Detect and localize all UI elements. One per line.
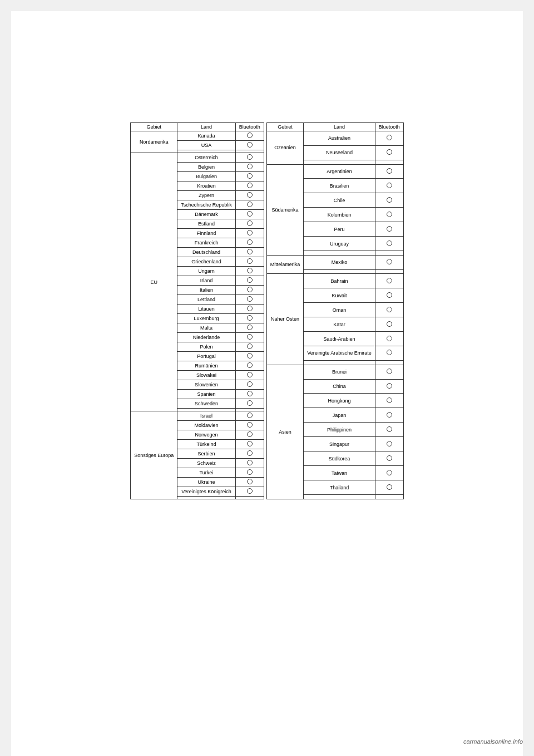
right-header-gebiet: Gebiet (266, 123, 304, 131)
bluetooth-cell (235, 219, 264, 229)
bluetooth-cell (375, 303, 403, 317)
table-row: NordamerikaKanada (131, 131, 264, 141)
bluetooth-circle (247, 258, 253, 264)
land-cell: Kroatien (177, 181, 236, 191)
land-cell: Türkeind (177, 440, 236, 449)
bluetooth-circle (247, 400, 253, 406)
bluetooth-circle (247, 362, 253, 368)
bluetooth-circle (247, 183, 253, 188)
bluetooth-circle (387, 470, 392, 475)
table-row: AsienBrunei (266, 365, 403, 379)
bluetooth-cell (375, 208, 403, 222)
bluetooth-cell (235, 430, 264, 440)
right-header-bluetooth: Bluetooth (375, 123, 403, 131)
bluetooth-circle (247, 372, 253, 377)
bluetooth-cell (375, 480, 403, 495)
bluetooth-cell (235, 478, 264, 487)
bluetooth-circle (247, 413, 253, 418)
land-cell (304, 360, 375, 365)
land-cell: Südkorea (304, 451, 375, 466)
land-cell: Chile (304, 193, 375, 208)
bluetooth-circle (247, 230, 253, 235)
table-row: MittelamerikaMexiko (266, 255, 403, 269)
bluetooth-cell (235, 276, 264, 286)
bluetooth-cell (235, 421, 264, 430)
bluetooth-circle (247, 422, 253, 428)
bluetooth-circle (387, 226, 392, 232)
bluetooth-cell (375, 164, 403, 179)
bluetooth-cell (375, 379, 403, 394)
bluetooth-cell (235, 399, 264, 409)
bluetooth-circle (247, 164, 253, 169)
land-cell: Estland (177, 219, 236, 229)
land-cell: Bahrain (304, 274, 375, 288)
land-cell: Kuwait (304, 288, 375, 303)
bluetooth-circle (247, 343, 253, 349)
region-cell: Asien (266, 365, 304, 499)
left-table: Gebiet Land Bluetooth NordamerikaKanadaU… (130, 122, 264, 499)
bluetooth-circle (247, 239, 253, 245)
bluetooth-circle (387, 240, 392, 246)
bluetooth-cell (375, 451, 403, 466)
land-cell: Frankreich (177, 238, 236, 248)
bluetooth-circle (247, 441, 253, 446)
table-row: OzeanienAustralien (266, 131, 403, 146)
land-cell: Vereinigtes Königreich (177, 487, 236, 497)
bluetooth-circle (247, 296, 253, 302)
land-cell: Brunei (304, 365, 375, 379)
bluetooth-cell (235, 305, 264, 314)
bluetooth-circle (387, 455, 392, 461)
bluetooth-cell (375, 394, 403, 408)
bluetooth-cell (235, 497, 264, 499)
bluetooth-circle (247, 353, 253, 359)
bluetooth-cell (235, 371, 264, 380)
bluetooth-circle (387, 383, 392, 389)
land-cell: Slowakei (177, 371, 236, 380)
bluetooth-circle (387, 426, 392, 432)
bluetooth-cell (375, 131, 403, 146)
land-cell: Dänemark (177, 210, 236, 219)
bluetooth-circle (387, 278, 392, 283)
land-cell: Tschechische Republik (177, 200, 236, 210)
bluetooth-cell (235, 181, 264, 191)
bluetooth-circle (387, 212, 392, 217)
land-cell: Taiwan (304, 466, 375, 480)
bluetooth-cell (235, 131, 264, 141)
region-cell: Naher Osten (266, 274, 304, 365)
land-cell: Peru (304, 222, 375, 237)
region-cell: Ozeanien (266, 131, 304, 165)
table-row: Naher OstenBahrain (266, 274, 403, 288)
bluetooth-cell (235, 210, 264, 219)
bluetooth-cell (375, 222, 403, 237)
bluetooth-cell (235, 449, 264, 459)
land-cell: Neuseeland (304, 145, 375, 160)
land-cell: Philippinen (304, 423, 375, 437)
bluetooth-circle (247, 202, 253, 207)
land-cell: Kanada (177, 131, 236, 141)
bluetooth-circle (247, 211, 253, 217)
bluetooth-cell (375, 269, 403, 274)
bluetooth-cell (235, 323, 264, 333)
bluetooth-cell (235, 333, 264, 342)
land-cell: Finnland (177, 229, 236, 238)
land-cell: Spanien (177, 390, 236, 399)
land-cell: Schweiz (177, 459, 236, 468)
bluetooth-cell (235, 191, 264, 200)
bluetooth-circle (387, 321, 392, 327)
table-row: SüdamerikaArgentinien (266, 164, 403, 179)
bluetooth-circle (247, 173, 253, 179)
land-cell: Katar (304, 317, 375, 332)
land-cell: Kolumbien (304, 208, 375, 222)
land-cell: Bulgarien (177, 172, 236, 181)
bluetooth-cell (375, 193, 403, 208)
region-cell: Südamerika (266, 164, 304, 255)
land-cell: Niederlande (177, 333, 236, 342)
bluetooth-cell (235, 257, 264, 267)
bluetooth-circle (247, 306, 253, 311)
bluetooth-cell (375, 145, 403, 160)
region-cell: EU (131, 153, 177, 411)
land-cell: Rumänien (177, 361, 236, 371)
bluetooth-circle (247, 469, 253, 475)
bluetooth-circle (247, 334, 253, 340)
land-cell: Brasilien (304, 179, 375, 193)
